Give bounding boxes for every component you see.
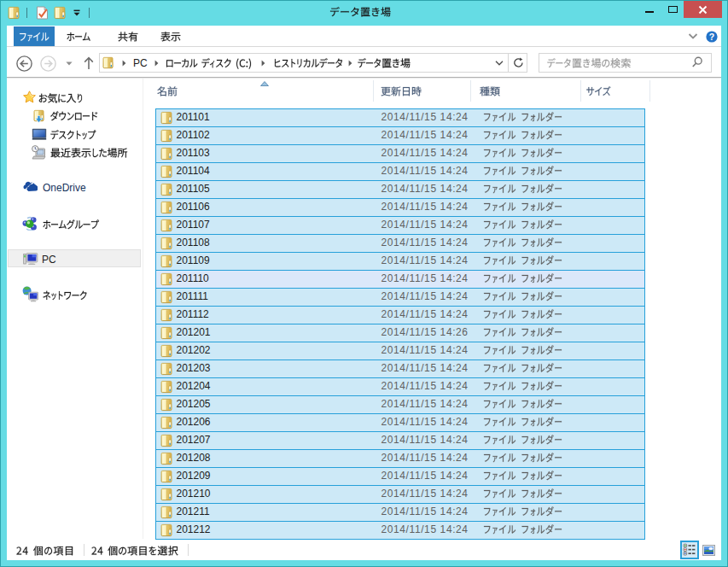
svg-text:?: ? bbox=[709, 32, 714, 42]
